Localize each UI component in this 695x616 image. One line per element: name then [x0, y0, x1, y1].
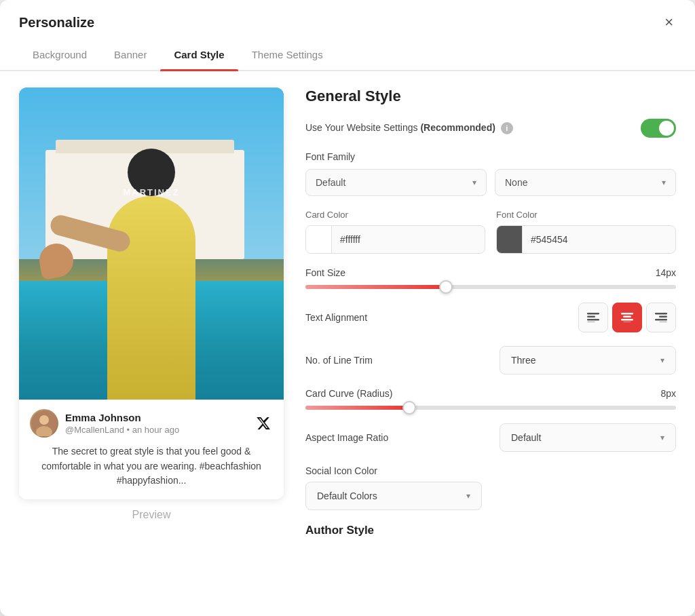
align-center-button[interactable]	[612, 303, 642, 332]
tab-card-style[interactable]: Card Style	[160, 39, 238, 70]
svg-point-1	[39, 415, 49, 425]
svg-rect-10	[623, 322, 631, 323]
tab-theme-settings[interactable]: Theme Settings	[238, 39, 337, 70]
align-left-button[interactable]	[578, 303, 608, 332]
modal-title: Personalize	[19, 15, 94, 31]
author-avatar	[30, 409, 58, 438]
font-family-dropdown-2[interactable]: None ▾	[495, 169, 676, 196]
general-style-title: General Style	[305, 88, 676, 105]
font-size-fill	[305, 285, 446, 289]
author-style-title: Author Style	[305, 524, 676, 537]
website-settings-row: Use Your Website Settings (Recommonded) …	[305, 119, 676, 138]
line-trim-label: No. of Line Trim	[305, 355, 373, 366]
author-meta: @McallenLand • an hour ago	[65, 425, 247, 435]
social-icon-dropdown[interactable]: Default Colors ▾	[305, 482, 482, 510]
chevron-down-icon: ▾	[472, 178, 476, 187]
font-family-label: Font Family	[305, 151, 676, 162]
font-size-value: 14px	[656, 267, 676, 278]
font-color-input[interactable]: #545454	[496, 225, 676, 254]
card-author: Emma Johnson @McallenLand • an hour ago	[30, 409, 273, 438]
line-trim-row: No. of Line Trim Three ▾	[305, 346, 676, 374]
card-info: Emma Johnson @McallenLand • an hour ago	[19, 400, 284, 499]
card-curve-fill	[305, 406, 409, 410]
card-curve-slider[interactable]	[305, 406, 676, 410]
person-body	[107, 196, 195, 400]
preview-card: MARTINEZ Emma	[19, 88, 284, 499]
font-family-dropdown-1[interactable]: Default ▾	[305, 169, 487, 196]
social-icon-color-label: Social Icon Color	[305, 465, 676, 476]
chevron-down-icon: ▾	[466, 491, 470, 501]
tab-background[interactable]: Background	[19, 39, 100, 70]
svg-rect-13	[655, 319, 667, 321]
author-details: Emma Johnson @McallenLand • an hour ago	[65, 412, 247, 435]
modal-body: MARTINEZ Emma	[0, 71, 695, 616]
svg-rect-14	[659, 322, 667, 323]
card-color-label: Card Color	[305, 210, 485, 220]
font-size-thumb[interactable]	[439, 280, 453, 294]
font-color-swatch	[497, 226, 523, 253]
line-trim-dropdown[interactable]: Three ▾	[500, 346, 676, 374]
author-name: Emma Johnson	[65, 412, 247, 423]
card-curve-value: 8px	[660, 388, 676, 399]
color-row: Card Color #ffffff Font Color #545454	[305, 210, 676, 254]
svg-rect-6	[587, 322, 595, 323]
svg-rect-9	[621, 319, 633, 321]
social-icon-color-dropdown-wrapper: Default Colors ▾	[305, 482, 676, 510]
tab-banner[interactable]: Banner	[100, 39, 160, 70]
svg-rect-12	[659, 316, 667, 318]
card-color-value: #ffffff	[332, 234, 485, 245]
tabs-bar: Background Banner Card Style Theme Setti…	[0, 39, 695, 71]
twitter-icon	[254, 414, 273, 433]
person-figure	[77, 128, 226, 400]
info-icon[interactable]: i	[501, 122, 513, 134]
image-text-overlay: MARTINEZ	[123, 187, 179, 197]
card-curve-thumb[interactable]	[402, 401, 416, 415]
svg-rect-3	[587, 313, 599, 315]
font-color-label: Font Color	[496, 210, 676, 220]
font-size-slider[interactable]	[305, 285, 676, 289]
aspect-ratio-dropdown[interactable]: Default ▾	[500, 423, 676, 452]
svg-rect-7	[621, 313, 633, 315]
card-color-input[interactable]: #ffffff	[305, 225, 485, 254]
chevron-down-icon: ▾	[662, 178, 666, 187]
card-image: MARTINEZ	[19, 88, 284, 400]
card-curve-label: Card Curve (Radius)	[305, 388, 392, 399]
font-color-value: #545454	[523, 234, 675, 245]
chevron-down-icon: ▾	[660, 355, 664, 365]
aspect-ratio-label: Aspect Image Ratio	[305, 432, 388, 443]
card-color-field: Card Color #ffffff	[305, 210, 485, 254]
font-family-dropdowns: Default ▾ None ▾	[305, 169, 676, 196]
modal-header: Personalize ×	[0, 0, 695, 33]
font-size-label: Font Size	[305, 267, 345, 278]
svg-rect-4	[587, 316, 595, 318]
close-button[interactable]: ×	[662, 12, 676, 33]
svg-rect-8	[623, 316, 631, 318]
align-right-button[interactable]	[646, 303, 676, 332]
card-curve-slider-row: Card Curve (Radius) 8px	[305, 388, 676, 410]
font-size-slider-row: Font Size 14px	[305, 267, 676, 289]
svg-rect-5	[587, 319, 599, 321]
chevron-down-icon: ▾	[660, 433, 664, 442]
card-color-swatch	[306, 226, 332, 253]
aspect-ratio-row: Aspect Image Ratio Default ▾	[305, 423, 676, 452]
alignment-buttons	[578, 303, 676, 332]
svg-rect-11	[655, 313, 667, 315]
card-text: The secret to great style is that you fe…	[30, 444, 273, 488]
preview-panel: MARTINEZ Emma	[19, 88, 284, 600]
settings-panel: General Style Use Your Website Settings …	[305, 88, 676, 600]
website-settings-label: Use Your Website Settings (Recommonded) …	[305, 122, 513, 134]
personalize-modal: Personalize × Background Banner Card Sty…	[0, 0, 695, 616]
font-color-field: Font Color #545454	[496, 210, 676, 254]
website-settings-toggle[interactable]	[641, 119, 676, 138]
text-alignment-label: Text Alignment	[305, 312, 367, 323]
text-alignment-row: Text Alignment	[305, 303, 676, 332]
preview-label: Preview	[132, 509, 171, 521]
